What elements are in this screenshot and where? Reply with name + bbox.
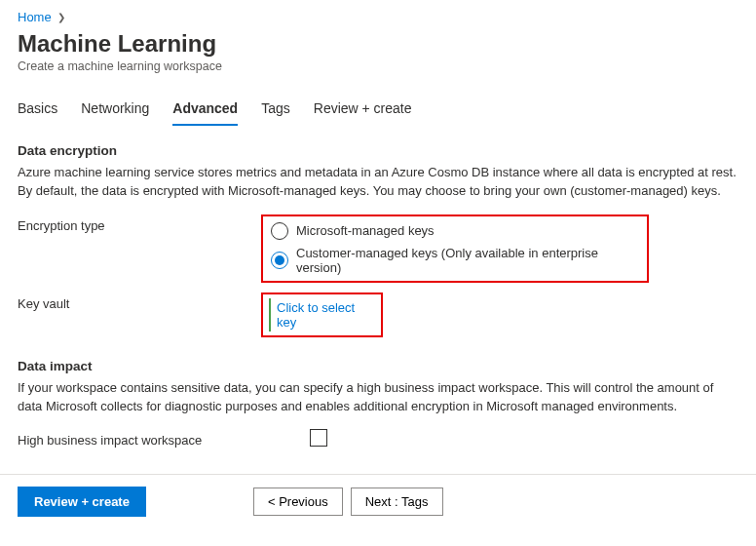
tab-networking[interactable]: Networking: [81, 95, 149, 126]
tabs: Basics Networking Advanced Tags Review +…: [18, 95, 738, 126]
tab-advanced[interactable]: Advanced: [172, 95, 238, 126]
chevron-right-icon: ❯: [57, 12, 65, 22]
encryption-options-highlight: Microsoft-managed keys Customer-managed …: [261, 214, 649, 283]
radio-icon-checked: [271, 252, 288, 269]
radio-icon: [271, 222, 288, 240]
label-key-vault: Key vault: [18, 292, 261, 311]
section-data-impact: Data impact: [18, 359, 738, 373]
radio-microsoft-keys[interactable]: Microsoft-managed keys: [271, 222, 639, 240]
encryption-description: Azure machine learning service stores me…: [18, 164, 738, 201]
review-create-button[interactable]: Review + create: [18, 487, 146, 517]
footer-actions: Review + create < Previous Next : Tags: [0, 474, 756, 528]
previous-button[interactable]: < Previous: [253, 488, 343, 516]
radio-customer-label: Customer-managed keys (Only available in…: [296, 246, 639, 275]
label-hbi-workspace: High business impact workspace: [18, 429, 310, 448]
tab-basics[interactable]: Basics: [18, 95, 57, 126]
section-data-encryption: Data encryption: [18, 143, 738, 158]
tab-tags[interactable]: Tags: [261, 95, 290, 126]
radio-customer-keys[interactable]: Customer-managed keys (Only available in…: [271, 246, 639, 275]
page-subtitle: Create a machine learning workspace: [18, 59, 738, 73]
next-button[interactable]: Next : Tags: [351, 488, 443, 516]
impact-description: If your workspace contains sensitive dat…: [18, 379, 738, 416]
checkbox-hbi[interactable]: [310, 429, 327, 447]
radio-microsoft-label: Microsoft-managed keys: [296, 223, 435, 238]
page-title: Machine Learning: [18, 30, 738, 58]
keyvault-highlight: Click to select key: [261, 292, 383, 337]
tab-review[interactable]: Review + create: [314, 95, 412, 126]
breadcrumb-home[interactable]: Home: [18, 10, 52, 24]
label-encryption-type: Encryption type: [18, 214, 261, 233]
breadcrumb: Home ❯: [18, 10, 738, 24]
select-key-link[interactable]: Click to select key: [269, 298, 375, 332]
